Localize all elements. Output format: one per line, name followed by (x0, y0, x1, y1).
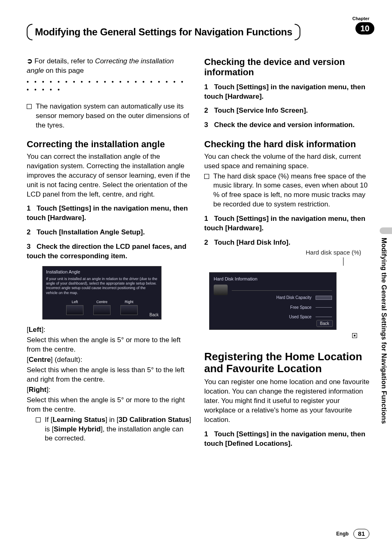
right-column: Checking the device and version informat… (204, 57, 369, 449)
note-learning-status: If [Learning Status] in [3D Calibration … (45, 415, 192, 444)
device-step2-text: Touch [Service Info Screen]. (214, 107, 308, 114)
heading-register-location: Registering the Home Location and Favour… (204, 351, 369, 374)
register-step1-text: Touch [Settings] in the navigation menu,… (204, 430, 365, 447)
step2-text: Touch [Installation Angle Setup]. (37, 228, 145, 236)
ss2-back-button[interactable]: Back (316, 320, 333, 327)
screenshot-hdd-info: Hard Disk Information Hard Disk Capacity… (209, 272, 337, 330)
ss-option-left-label: Left (71, 300, 78, 304)
option-left: [Left]: (27, 325, 192, 335)
ss-option-right-label: Right (125, 300, 133, 304)
hdd-step1-text: Touch [Settings] in the navigation menu,… (204, 215, 365, 232)
title-decor-right (295, 24, 300, 40)
option-centre-body: Select this when the angle is less than … (27, 366, 192, 385)
hdd-step-2: 2Touch [Hard Disk Info]. (204, 238, 369, 248)
xref-arrow-icon: ➲ (27, 57, 35, 65)
callout-hdd-space: Hard disk space (%) (204, 248, 361, 257)
callout-leader-line (204, 257, 344, 266)
left-column: ➲ For details, refer to Correcting the i… (27, 57, 192, 449)
hdd-note: The hard disk space (%) means free space… (213, 172, 369, 210)
correcting-step-2: 2Touch [Installation Angle Setup]. (27, 228, 192, 237)
side-tab-marker (380, 227, 392, 234)
device-step3-text: Check the device and version information… (214, 121, 355, 129)
screenshot-installation-angle: Installation Angle If your unit is insta… (42, 266, 161, 320)
register-step-1: 1Touch [Settings] in the navigation menu… (204, 430, 369, 449)
page-footer: Engb 81 (336, 529, 369, 539)
register-body: You can register one home location and o… (204, 378, 369, 425)
page-title: Modifying the General Settings for Navig… (32, 25, 295, 39)
title-decor-left (27, 24, 32, 40)
hdd-step-1: 1Touch [Settings] in the navigation menu… (204, 214, 369, 233)
option-centre: [Centre] (default): (27, 355, 192, 365)
footer-language: Engb (336, 531, 348, 537)
side-tab: Modifying the General Settings for Navig… (376, 230, 392, 444)
hdd-body: You can check the volume of the hard dis… (204, 152, 369, 171)
xref-suffix: on this page (44, 67, 84, 74)
option-right-body: Select this when the angle is 5° or more… (27, 396, 192, 415)
heading-correcting-angle: Correcting the installation angle (27, 139, 192, 149)
correcting-step-1: 1Touch [Settings] in the navigation menu… (27, 204, 192, 223)
side-tab-text: Modifying the General Settings for Navig… (380, 238, 389, 424)
ss-option-left[interactable]: Left (66, 299, 83, 315)
ss2-capacity-label: Hard Disk Capacity (276, 295, 311, 301)
ss2-free-label: Free Space (290, 305, 311, 310)
ss-option-centre-label: Centre (96, 300, 107, 304)
ss-option-centre[interactable]: Centre (93, 299, 111, 315)
option-right: [Right]: (27, 385, 192, 395)
hdd-icon (214, 285, 228, 295)
option-left-body: Select this when the angle is 5° or more… (27, 336, 192, 354)
option-centre-default: (default): (53, 356, 82, 364)
capacity-bar (316, 296, 332, 300)
cross-reference: ➲ For details, refer to Correcting the i… (27, 57, 192, 76)
heading-hdd-info: Checking the hard disk information (204, 139, 369, 149)
correcting-step-3: 3Check the direction the LCD panel faces… (27, 242, 192, 261)
ss-option-right[interactable]: Right (120, 299, 138, 315)
option-centre-label: Centre (29, 356, 51, 364)
option-right-label: Right (29, 386, 46, 394)
device-step-2: 2Touch [Service Info Screen]. (204, 106, 369, 116)
ss-title: Installation Angle (46, 269, 158, 275)
note-auto-sensor: The navigation system can automatically … (36, 102, 192, 130)
step3-text: Check the direction the LCD panel faces,… (27, 243, 187, 260)
ss2-used-label: Used Space (289, 314, 311, 320)
device-step1-text: Touch [Settings] in the navigation menu,… (204, 83, 365, 100)
ss-body-text: If your unit is installed at an angle in… (46, 277, 158, 295)
xref-prefix: For details, refer to (35, 57, 95, 65)
chapter-number-badge: 10 (355, 22, 374, 35)
divider-dots: • • • • • • • • • • • • • • • • • • • • … (27, 78, 192, 94)
chapter-label: Chapter (352, 16, 369, 22)
hdd-step2-text: Touch [Hard Disk Info]. (214, 239, 291, 246)
page-title-wrap: Modifying the General Settings for Navig… (27, 24, 369, 40)
ss-back-button[interactable]: Back (150, 312, 159, 318)
step1-text: Touch [Settings] in the navigation menu,… (27, 204, 188, 222)
section-end-icon (352, 333, 357, 338)
option-left-label: Left (29, 326, 42, 334)
device-step-1: 1Touch [Settings] in the navigation menu… (204, 83, 369, 102)
ss2-title: Hard Disk Information (214, 276, 332, 282)
correcting-body: You can correct the installation angle o… (27, 152, 192, 199)
device-step-3: 3Check the device and version informatio… (204, 120, 369, 130)
heading-device-version: Checking the device and version informat… (204, 57, 369, 78)
footer-page-number: 81 (353, 529, 369, 539)
